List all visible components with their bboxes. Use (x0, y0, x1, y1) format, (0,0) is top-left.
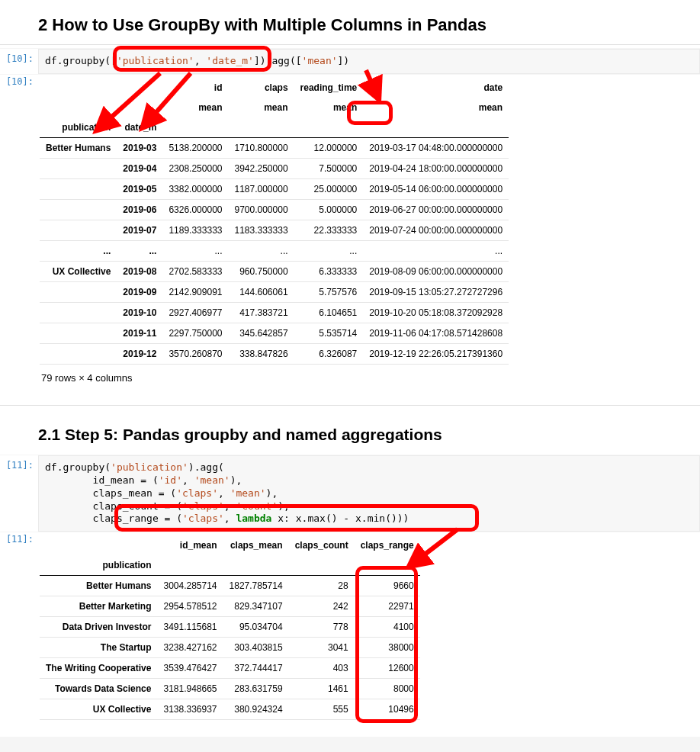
code-token: id_mean = ( (45, 474, 159, 486)
table-cell: 10496 (355, 699, 420, 720)
table-cell: 5.757576 (294, 281, 364, 302)
table-header: claps_count (289, 535, 355, 555)
table-cell: 3041 (289, 638, 355, 658)
table-row: Better Marketing2954.578512829.347107242… (40, 596, 420, 617)
table-cell: 242 (289, 596, 355, 617)
table-cell: 338.847826 (228, 343, 294, 364)
table-cell: 3570.260870 (162, 343, 228, 364)
table-row: The Startup3238.427162303.40381530413800… (40, 638, 420, 658)
table-cell: Better Humans (40, 576, 157, 596)
table-cell (40, 220, 117, 240)
output-cell-10: [10]: idclapsreading_timedate meanmeanme… (0, 75, 700, 397)
prompt-out-11: [11]: (0, 532, 38, 545)
table-cell: 3238.427162 (157, 638, 223, 658)
table-cell: 2019-12-19 22:26:05.217391360 (363, 343, 509, 364)
code-token: 'mean' (230, 487, 266, 499)
table-cell: 12.000000 (294, 137, 364, 158)
table-header (117, 78, 162, 98)
code-input-11[interactable]: df.groupby('publication').agg( id_mean =… (38, 455, 700, 532)
code-token: , (224, 513, 236, 524)
table-cell: 5.000000 (294, 199, 364, 220)
table-cell: 778 (289, 617, 355, 638)
table-cell: 2019-07 (117, 220, 162, 240)
table-cell: 303.403815 (223, 638, 289, 658)
table-cell: 5.535714 (294, 323, 364, 343)
table-header: id_mean (157, 535, 223, 555)
table-cell: UX Collective (40, 261, 117, 281)
prompt-in-11: [11]: (0, 455, 38, 471)
table-cell: ... (228, 240, 294, 261)
table-cell: 6.326087 (294, 343, 364, 364)
table-header: mean (162, 98, 228, 117)
table-cell (40, 158, 117, 178)
table-cell: 25.000000 (294, 178, 364, 199)
table-cell: 2954.578512 (157, 596, 223, 617)
table-header (228, 117, 294, 138)
table-header: date_m (117, 117, 162, 138)
table-header: reading_time (294, 78, 364, 98)
table-cell: 403 (289, 658, 355, 679)
table-header (363, 117, 509, 138)
table-cell: 2702.583333 (162, 261, 228, 281)
table-cell: Data Driven Investor (40, 617, 157, 638)
table-cell: 12600 (355, 658, 420, 679)
code-cell-10: [10]: df.groupby(['publication', 'date_m… (0, 48, 700, 75)
table-cell: Better Humans (40, 137, 117, 158)
table-row: UX Collective2019-082702.583333960.75000… (40, 261, 509, 281)
code-token: , (182, 474, 194, 486)
table-cell: 555 (289, 699, 355, 720)
table-header (223, 555, 289, 576)
section-2-1-heading: 2.1 Step 5: Pandas groupby and named agg… (0, 412, 700, 455)
code-token: ]) (338, 55, 350, 66)
table-cell: UX Collective (40, 699, 157, 720)
table-cell: 2019-12 (117, 343, 162, 364)
table-cell: 345.642857 (228, 323, 294, 343)
code-token: 'claps' (182, 500, 224, 512)
section-2-1: 2.1 Step 5: Pandas groupby and named agg… (0, 406, 700, 728)
table-cell: 6326.000000 (162, 199, 228, 220)
table-cell: 2019-05 (117, 178, 162, 199)
prompt-out-10: [10]: (0, 75, 38, 87)
table-cell: 3942.250000 (228, 158, 294, 178)
table-cell (40, 302, 117, 323)
table-cell: 2019-07-24 00:00:00.000000000 (363, 220, 509, 240)
code-token: , (194, 55, 207, 66)
table-header (162, 117, 228, 138)
table-cell: The Writing Cooperative (40, 658, 157, 679)
table-cell: 3491.115681 (157, 617, 223, 638)
code-token: 'claps' (182, 513, 224, 524)
table-header: publication (40, 555, 157, 576)
table-cell: 2297.750000 (162, 323, 228, 343)
table-cell: 2019-03-17 04:48:00.000000000 (363, 137, 509, 158)
table-header: mean (294, 98, 364, 117)
table-cell: 2019-10-20 05:18:08.372092928 (363, 302, 509, 323)
table-cell: 9660 (355, 576, 420, 596)
table-cell: 95.034704 (223, 617, 289, 638)
table-cell: 38000 (355, 638, 420, 658)
code-token: claps_range = ( (45, 513, 182, 524)
output-10: idclapsreading_timedate meanmeanmeanmean… (38, 75, 700, 393)
table-cell: 6.333333 (294, 261, 364, 281)
table-cell: 3004.285714 (157, 576, 223, 596)
table-header (157, 555, 223, 576)
table-cell (40, 343, 117, 364)
code-token: claps_mean = ( (45, 487, 176, 499)
code-token: ), (278, 500, 290, 512)
table-cell: 3138.336937 (157, 699, 223, 720)
code-cell-11: [11]: df.groupby('publication').agg( id_… (0, 455, 700, 532)
table-cell: 2019-04-24 18:00:00.000000000 (363, 158, 509, 178)
code-input-10[interactable]: df.groupby(['publication', 'date_m']).ag… (38, 49, 700, 74)
table-cell: 3539.476427 (157, 658, 223, 679)
code-token: ), (230, 474, 242, 486)
code-token: 'claps' (176, 487, 218, 499)
table-cell: 283.631759 (223, 679, 289, 699)
table-cell: 1461 (289, 679, 355, 699)
code-token: ).agg([ (260, 55, 302, 66)
code-token: lambda (236, 513, 271, 524)
table-cell (40, 323, 117, 343)
table-cell: 1187.000000 (228, 178, 294, 199)
table-cell: 3181.948665 (157, 679, 223, 699)
table-cell: 960.750000 (228, 261, 294, 281)
code-token: 'publication' (111, 461, 188, 473)
table-cell: 2019-09 (117, 281, 162, 302)
